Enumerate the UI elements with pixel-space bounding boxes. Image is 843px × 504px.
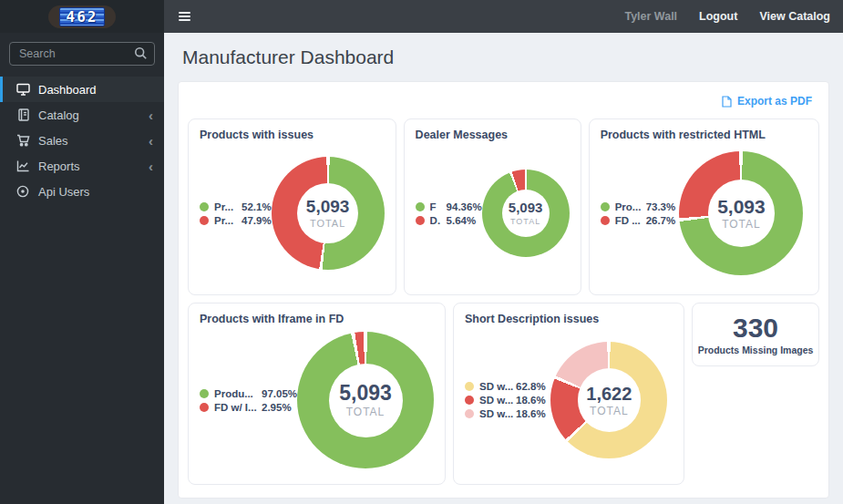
file-pdf-icon [722,96,732,108]
app-logo[interactable]: 462 [48,5,117,28]
cart-icon [15,133,30,148]
sidebar-item-reports[interactable]: Reports ‹ [0,153,164,179]
dashboard-panel: Export as PDF Products with issues Pr...… [178,81,829,499]
donut-chart: 5,093 TOTAL [272,157,385,270]
chart-total: 1,622 [586,384,632,404]
chevron-left-icon: ‹ [149,159,153,173]
search-icon[interactable] [134,46,148,60]
donut-chart: 1,622 TOTAL [550,342,667,458]
legend-dot [416,216,425,225]
legend-item: FD ... 26.7% [601,215,676,226]
sidebar-item-label: Api Users [38,185,153,199]
sidebar-item-label: Sales [38,134,149,148]
legend-item: FD w/ I... 2.95% [200,402,297,413]
donut-chart: 5,093 TOTAL [482,170,570,257]
legend-dot [416,202,425,211]
logout-link[interactable]: Logout [699,10,737,23]
sidebar-search [9,42,155,66]
logo-box: 462 [59,7,106,26]
legend-dot [601,216,610,225]
sidebar-item-label: Reports [38,159,149,173]
sidebar-item-label: Catalog [38,108,149,122]
sidebar-item-label: Dashboard [38,83,153,97]
legend-item: Pro... 73.3% [601,201,676,212]
search-input[interactable] [9,42,155,66]
book-icon [15,108,30,122]
content: Manufacturer Dashboard Export as PDF Pro… [164,33,843,504]
chevron-left-icon: ‹ [149,108,153,122]
chart-total-label: TOTAL [346,406,386,418]
chevron-left-icon: ‹ [149,134,153,148]
sidebar-item-sales[interactable]: Sales ‹ [0,128,164,153]
chart-card-restricted-html: Products with restricted HTML Pro... 73.… [589,118,819,295]
legend-dot [200,216,209,225]
chart-title: Short Description issues [465,313,673,325]
legend-dot [465,409,474,418]
chart-total-label: TOTAL [722,218,761,231]
stat-value: 330 [733,314,778,342]
sidebar: 462 Dashboard Catalog [0,0,164,504]
legend-item: Pr... 52.1% [200,201,272,212]
export-pdf-button[interactable]: Export as PDF [722,95,812,108]
legend-item: SD w... 62.8% [465,381,546,392]
chart-title: Dealer Messages [416,129,570,141]
sidebar-menu: Dashboard Catalog ‹ Sales ‹ [0,77,164,204]
sidebar-item-dashboard[interactable]: Dashboard [0,77,164,102]
chart-legend: F 94.36% D. 5.64% [416,201,482,226]
chart-row-2: Products with Iframe in FD Produ... 97.0… [188,303,819,485]
stat-card-missing-images: 330 Products Missing Images [692,303,819,366]
legend-item: SD w... 18.6% [465,395,546,406]
chart-legend: Pr... 52.1% Pr... 47.9% [200,201,272,226]
sidebar-item-api-users[interactable]: Api Users [0,179,164,204]
chart-total: 5,093 [306,198,350,217]
chart-total-label: TOTAL [590,405,629,417]
chart-title: Products with restricted HTML [601,129,807,141]
sidebar-logo-area: 462 [0,0,164,33]
chart-total-label: TOTAL [510,217,540,226]
legend-dot [200,389,209,398]
desktop-icon [15,82,30,97]
chart-title: Products with issues [200,129,385,141]
chart-total: 5,093 [717,196,766,217]
view-catalog-link[interactable]: View Catalog [759,10,830,23]
export-row: Export as PDF [188,91,819,118]
chart-total-label: TOTAL [310,218,345,229]
chart-legend: Pro... 73.3% FD ... 26.7% [601,201,676,226]
logo-text: 462 [67,8,98,26]
legend-item: SD w... 18.6% [465,408,546,419]
main-area: Tyler Wall Logout View Catalog Manufactu… [164,0,843,504]
navbar-user-name[interactable]: Tyler Wall [624,10,677,23]
legend-item: D. 5.64% [416,215,482,226]
chart-legend: Produ... 97.05% FD w/ I... 2.95% [200,388,297,413]
dot-circle-icon [15,184,30,199]
chart-card-products-with-issues: Products with issues Pr... 52.1% Pr... [188,118,396,295]
chart-total: 5,093 [509,201,543,216]
legend-dot [465,382,474,391]
chart-card-iframe-in-fd: Products with Iframe in FD Produ... 97.0… [188,303,446,485]
chart-total: 5,093 [339,382,392,405]
chart-title: Products with Iframe in FD [200,313,434,325]
sidebar-item-catalog[interactable]: Catalog ‹ [0,102,164,128]
legend-dot [200,403,209,412]
page-title: Manufacturer Dashboard [182,46,829,68]
chart-card-short-description: Short Description issues SD w... 62.8% S… [453,303,684,485]
chart-legend: SD w... 62.8% SD w... 18.6% SD w... [465,381,546,419]
donut-chart: 5,093 TOTAL [679,151,803,275]
legend-dot [200,202,209,211]
chart-row-1: Products with issues Pr... 52.1% Pr... [188,118,819,295]
legend-dot [601,202,610,211]
legend-item: Pr... 47.9% [200,215,272,226]
stat-label: Products Missing Images [698,345,814,355]
legend-item: F 94.36% [416,201,482,212]
donut-chart: 5,093 TOTAL [297,332,434,468]
chart-card-dealer-messages: Dealer Messages F 94.36% D. 5.64% [404,118,581,295]
legend-item: Produ... 97.05% [200,388,297,399]
menu-toggle-icon[interactable] [175,8,194,25]
top-navbar: Tyler Wall Logout View Catalog [164,0,843,33]
navbar-right: Tyler Wall Logout View Catalog [624,10,830,23]
legend-dot [465,396,474,405]
line-chart-icon [15,159,30,173]
